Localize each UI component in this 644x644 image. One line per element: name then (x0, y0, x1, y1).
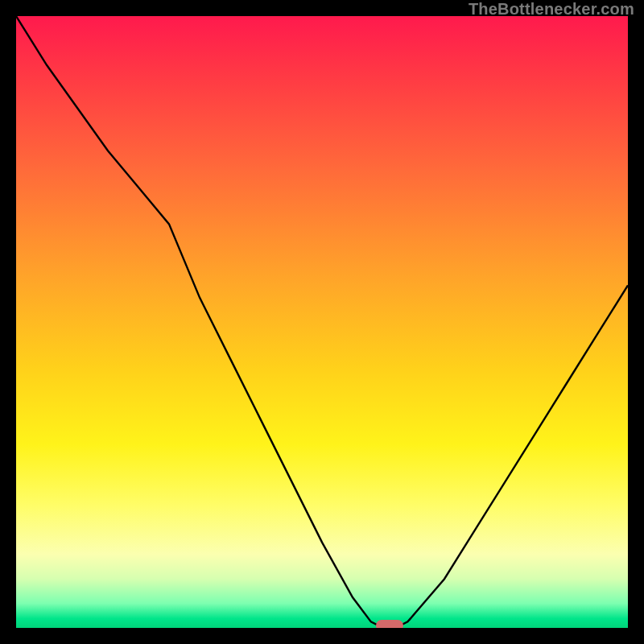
bottleneck-curve (16, 16, 628, 628)
optimal-marker (376, 620, 403, 628)
curve-path (16, 16, 628, 628)
plot-area (16, 16, 628, 628)
chart-frame: TheBottlenecker.com (0, 0, 644, 644)
